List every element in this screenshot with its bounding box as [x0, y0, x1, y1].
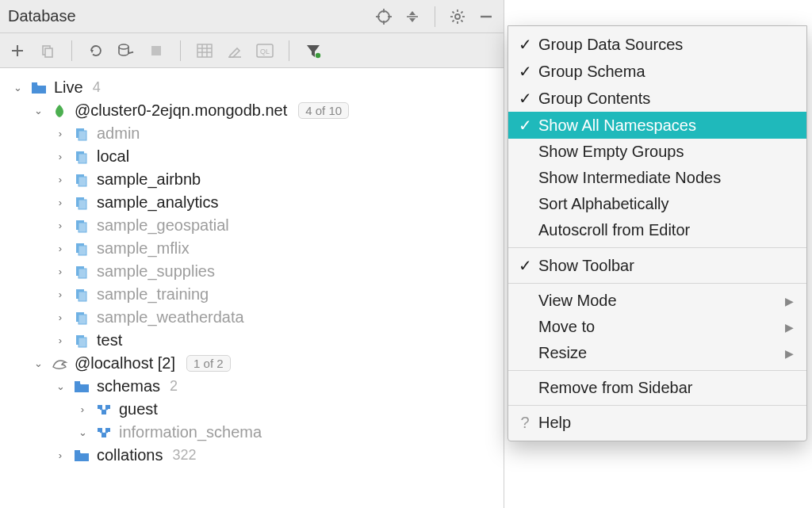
minimize-icon[interactable] [477, 7, 496, 26]
chevron-right-icon[interactable]: › [54, 197, 67, 208]
svg-line-14 [461, 20, 462, 21]
chevron-down-icon[interactable]: ⌄ [32, 357, 44, 369]
chevron-down-icon[interactable]: ⌄ [76, 426, 89, 438]
menu-help[interactable]: ?Help [508, 410, 806, 436]
svg-line-61 [104, 409, 108, 411]
tree-label: admin [97, 124, 140, 143]
tree-label: information_schema [119, 423, 262, 441]
console-icon[interactable]: QL [255, 41, 274, 60]
database-icon [73, 310, 90, 326]
database-icon [73, 241, 90, 257]
menu-group-contents[interactable]: ✓Group Contents [508, 85, 806, 112]
svg-rect-21 [45, 48, 52, 57]
tree-node-localhost[interactable]: ⌄ @localhost [2] 1 of 2 [3, 352, 500, 375]
chevron-right-icon[interactable]: › [54, 288, 67, 300]
tree-label: sample_analytics [97, 193, 218, 212]
edit-icon[interactable] [225, 41, 244, 60]
header-icons [374, 6, 496, 27]
svg-line-65 [100, 432, 104, 434]
tree-node-database[interactable]: ›test [3, 329, 500, 352]
svg-rect-59 [102, 411, 106, 414]
tree: ⌄ Live 4 ⌄ @cluster0-2ejqn.mongodb.net 4… [0, 68, 504, 475]
tree-node-live[interactable]: ⌄ Live 4 [3, 76, 500, 99]
gear-icon[interactable] [448, 7, 467, 26]
chevron-right-icon[interactable]: › [54, 220, 67, 231]
chevron-down-icon[interactable]: ⌄ [54, 380, 67, 392]
svg-line-15 [453, 20, 454, 21]
tree-node-database[interactable]: ›local [3, 145, 500, 168]
tree-node-database[interactable]: ›admin [3, 122, 500, 145]
chevron-down-icon[interactable]: ⌄ [11, 82, 24, 94]
svg-rect-63 [105, 428, 110, 432]
svg-rect-55 [79, 338, 86, 347]
menu-group-data-sources[interactable]: ✓Group Data Sources [508, 31, 806, 58]
datasource-properties-icon[interactable] [117, 41, 136, 60]
svg-rect-49 [79, 269, 86, 278]
svg-rect-24 [151, 46, 161, 55]
menu-group-schema[interactable]: ✓Group Schema [508, 58, 806, 85]
database-icon [73, 126, 90, 142]
menu-remove-sidebar[interactable]: Remove from Sidebar [508, 375, 806, 401]
svg-rect-57 [98, 405, 102, 409]
tree-node-schemas[interactable]: ⌄ schemas 2 [3, 375, 500, 398]
tree-node-database[interactable]: ›sample_airbnb [3, 168, 500, 191]
chevron-right-icon[interactable]: › [54, 334, 67, 346]
menu-resize[interactable]: Resize▶ [508, 340, 806, 366]
tree-node-database[interactable]: ›sample_weatherdata [3, 306, 500, 329]
svg-rect-67 [75, 450, 80, 453]
menu-separator [508, 370, 806, 371]
menu-show-intermediate-nodes[interactable]: Show Intermediate Nodes [508, 165, 806, 191]
chevron-right-icon[interactable]: › [76, 403, 89, 415]
chevron-right-icon[interactable]: › [54, 128, 67, 139]
chevron-right-icon[interactable]: › [54, 243, 67, 254]
svg-rect-47 [79, 246, 86, 255]
table-icon[interactable] [195, 41, 214, 60]
svg-point-34 [316, 52, 320, 57]
tree-node-schema[interactable]: ⌄information_schema [3, 421, 500, 444]
submenu-arrow-icon: ▶ [785, 321, 794, 334]
menu-sort-alphabetically[interactable]: Sort Alphabetically [508, 191, 806, 217]
tree-node-database[interactable]: ›sample_training [3, 283, 500, 306]
svg-rect-25 [197, 44, 212, 57]
tree-node-database[interactable]: ›sample_mflix [3, 237, 500, 260]
svg-rect-35 [32, 82, 37, 85]
add-icon[interactable] [8, 41, 27, 60]
menu-show-empty-groups[interactable]: Show Empty Groups [508, 139, 806, 165]
database-icon [73, 264, 90, 280]
copy-icon[interactable] [38, 41, 57, 60]
menu-separator [508, 247, 806, 248]
database-panel: Database [0, 0, 504, 508]
svg-marker-6 [409, 11, 416, 15]
stop-icon[interactable] [147, 41, 166, 60]
svg-rect-39 [79, 154, 86, 163]
menu-autoscroll[interactable]: Autoscroll from Editor [508, 217, 806, 243]
tree-label: schemas [97, 377, 160, 395]
chevron-right-icon[interactable]: › [54, 174, 67, 185]
filter-icon[interactable] [304, 41, 323, 60]
chevron-right-icon[interactable]: › [54, 151, 67, 162]
tree-node-collations[interactable]: › collations 322 [3, 444, 500, 467]
svg-rect-45 [79, 223, 86, 232]
target-icon[interactable] [374, 7, 393, 26]
tree-label: sample_mflix [97, 239, 190, 258]
refresh-icon[interactable] [86, 41, 105, 60]
chevron-right-icon[interactable]: › [54, 449, 67, 461]
chevron-right-icon[interactable]: › [54, 265, 67, 277]
tree-label: sample_supplies [97, 262, 215, 281]
tree-node-cluster[interactable]: ⌄ @cluster0-2ejqn.mongodb.net 4 of 10 [3, 99, 500, 122]
toolbar: QL [0, 33, 504, 68]
menu-view-mode[interactable]: View Mode▶ [508, 288, 806, 314]
menu-move-to[interactable]: Move to▶ [508, 314, 806, 340]
menu-show-all-namespaces[interactable]: ✓Show All Namespaces [508, 112, 806, 139]
tree-count: 322 [172, 447, 196, 464]
menu-separator [508, 283, 806, 284]
menu-show-toolbar[interactable]: ✓Show Toolbar [508, 252, 806, 279]
tree-node-database[interactable]: ›sample_analytics [3, 191, 500, 214]
chevron-right-icon[interactable]: › [54, 311, 67, 323]
tree-node-schema[interactable]: ›guest [3, 398, 500, 421]
collapse-icon[interactable] [403, 7, 422, 26]
tree-node-database[interactable]: ›sample_supplies [3, 260, 500, 283]
tree-node-database[interactable]: ›sample_geospatial [3, 214, 500, 237]
chevron-down-icon[interactable]: ⌄ [32, 105, 44, 116]
svg-rect-53 [79, 315, 86, 324]
